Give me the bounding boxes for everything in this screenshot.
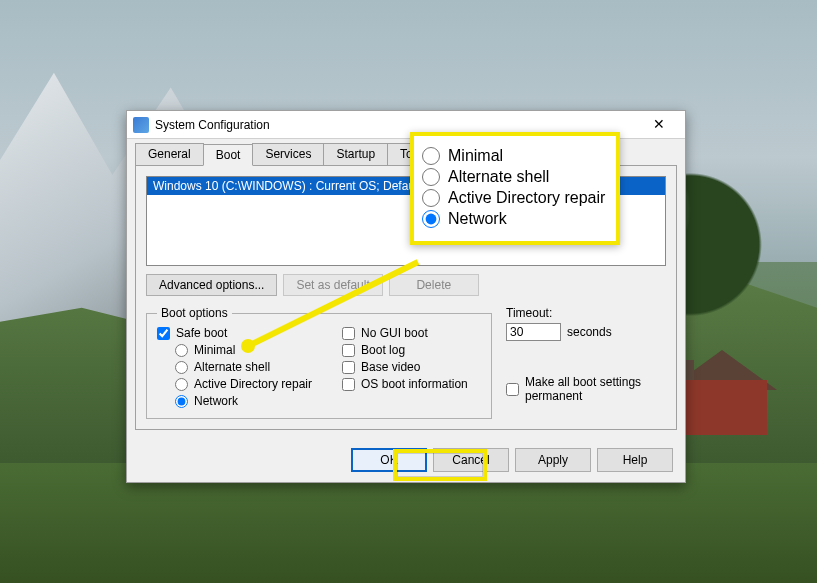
set-as-default-button: Set as default bbox=[283, 274, 382, 296]
radio-network[interactable]: Network bbox=[175, 394, 312, 408]
safe-boot-checkbox[interactable]: Safe boot bbox=[157, 326, 312, 340]
timeout-label: Timeout: bbox=[506, 306, 666, 320]
boot-log-checkbox[interactable]: Boot log bbox=[342, 343, 468, 357]
os-boot-info-checkbox[interactable]: OS boot information bbox=[342, 377, 468, 391]
tab-services[interactable]: Services bbox=[252, 143, 324, 165]
window-title: System Configuration bbox=[155, 118, 639, 132]
help-button[interactable]: Help bbox=[597, 448, 673, 472]
app-icon bbox=[133, 117, 149, 133]
tab-startup[interactable]: Startup bbox=[323, 143, 388, 165]
base-video-checkbox[interactable]: Base video bbox=[342, 360, 468, 374]
timeout-input[interactable] bbox=[506, 323, 561, 341]
callout-radio-network: Network bbox=[422, 210, 610, 228]
timeout-unit: seconds bbox=[567, 325, 612, 339]
advanced-options-button[interactable]: Advanced options... bbox=[146, 274, 277, 296]
tab-general[interactable]: General bbox=[135, 143, 204, 165]
close-icon[interactable]: ✕ bbox=[639, 115, 679, 135]
boot-options-group: Boot options Safe boot Minimal bbox=[146, 306, 492, 419]
no-gui-boot-checkbox[interactable]: No GUI boot bbox=[342, 326, 468, 340]
cancel-button[interactable]: Cancel bbox=[433, 448, 509, 472]
callout-safe-boot-modes: Minimal Alternate shell Active Directory… bbox=[410, 132, 620, 245]
timeout-group: Timeout: seconds bbox=[506, 306, 666, 341]
ok-button[interactable]: OK bbox=[351, 448, 427, 472]
tab-boot[interactable]: Boot bbox=[203, 144, 254, 166]
radio-minimal[interactable]: Minimal bbox=[175, 343, 312, 357]
callout-radio-minimal: Minimal bbox=[422, 147, 610, 165]
callout-radio-active-directory-repair: Active Directory repair bbox=[422, 189, 610, 207]
make-permanent-checkbox[interactable]: Make all boot settings permanent bbox=[506, 375, 666, 403]
callout-radio-alternate-shell: Alternate shell bbox=[422, 168, 610, 186]
boot-options-legend: Boot options bbox=[157, 306, 232, 320]
dialog-button-row: OK Cancel Apply Help bbox=[127, 438, 685, 482]
radio-active-directory-repair[interactable]: Active Directory repair bbox=[175, 377, 312, 391]
radio-alternate-shell[interactable]: Alternate shell bbox=[175, 360, 312, 374]
apply-button[interactable]: Apply bbox=[515, 448, 591, 472]
delete-button: Delete bbox=[389, 274, 479, 296]
